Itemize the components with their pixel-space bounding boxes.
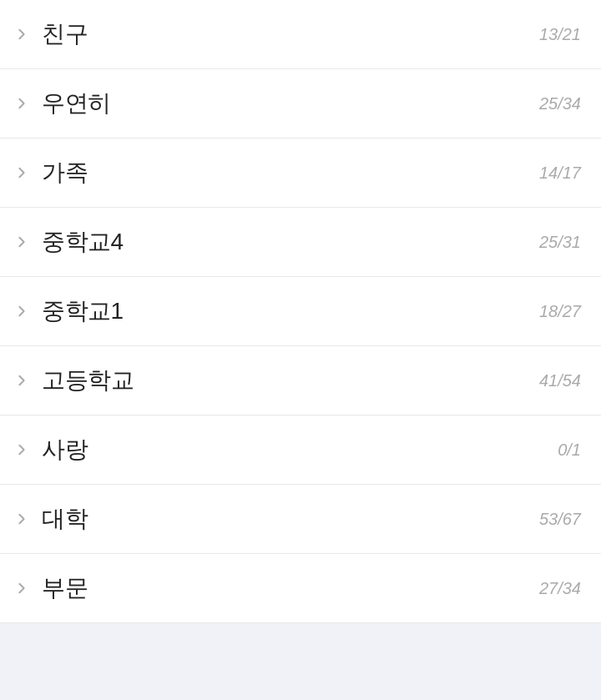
- list-item-left: 친구: [17, 18, 88, 50]
- chevron-right-icon: [17, 237, 27, 247]
- chevron-right-icon: [17, 583, 27, 593]
- list-item-left: 고등학교: [17, 365, 134, 396]
- item-label: 중학교4: [42, 226, 124, 258]
- item-count: 41/54: [539, 371, 581, 390]
- item-count: 53/67: [539, 510, 581, 529]
- list-item[interactable]: 사랑 0/1: [0, 415, 601, 485]
- chevron-right-icon: [17, 29, 27, 39]
- chevron-right-icon: [17, 168, 27, 178]
- list-item-left: 우연히: [17, 88, 111, 119]
- item-count: 25/31: [539, 233, 581, 252]
- item-count: 0/1: [558, 441, 581, 460]
- list-item-left: 대학: [17, 503, 88, 535]
- item-label: 중학교1: [42, 295, 124, 327]
- list-item[interactable]: 중학교4 25/31: [0, 208, 601, 277]
- category-list: 친구 13/21 우연히 25/34 가족: [0, 0, 601, 623]
- chevron-right-icon: [17, 514, 27, 524]
- list-item-left: 부문: [17, 572, 88, 604]
- chevron-right-icon: [17, 306, 27, 316]
- list-item[interactable]: 고등학교 41/54: [0, 346, 601, 415]
- item-label: 친구: [42, 18, 88, 50]
- list-item-left: 중학교1: [17, 295, 124, 327]
- list-item[interactable]: 가족 14/17: [0, 138, 601, 208]
- item-label: 부문: [42, 572, 88, 604]
- item-count: 13/21: [539, 25, 581, 44]
- item-label: 가족: [42, 157, 88, 189]
- chevron-right-icon: [17, 445, 27, 455]
- list-item[interactable]: 친구 13/21: [0, 0, 601, 69]
- item-label: 고등학교: [42, 365, 134, 396]
- item-count: 18/27: [539, 302, 581, 321]
- item-label: 대학: [42, 503, 88, 535]
- item-count: 27/34: [539, 579, 581, 598]
- list-item[interactable]: 중학교1 18/27: [0, 277, 601, 346]
- chevron-right-icon: [17, 98, 27, 108]
- item-label: 우연히: [42, 88, 111, 119]
- list-item[interactable]: 우연히 25/34: [0, 69, 601, 138]
- list-item[interactable]: 대학 53/67: [0, 485, 601, 554]
- list-item-left: 중학교4: [17, 226, 124, 258]
- list-item-left: 가족: [17, 157, 88, 189]
- item-count: 25/34: [539, 94, 581, 113]
- list-item-left: 사랑: [17, 434, 88, 466]
- item-count: 14/17: [539, 164, 581, 183]
- item-label: 사랑: [42, 434, 88, 466]
- list-item[interactable]: 부문 27/34: [0, 554, 601, 623]
- chevron-right-icon: [17, 375, 27, 385]
